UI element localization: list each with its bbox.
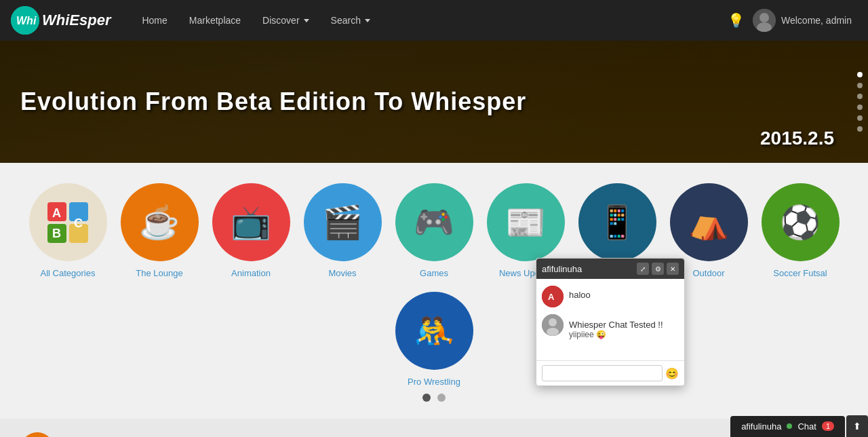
search-caret	[365, 19, 370, 22]
chat-avatar-1: A	[542, 286, 564, 307]
chat-label: Chat	[797, 421, 816, 432]
category-movies-icon: 🎬	[304, 183, 382, 261]
lounge-section-icon: ☕	[20, 432, 54, 437]
svg-text:A: A	[52, 206, 61, 220]
forum-header: ☕ THE LOUNGE	[20, 432, 848, 437]
chat-expand-icon[interactable]: ⬆	[846, 415, 868, 437]
chat-online-indicator	[787, 423, 792, 429]
discover-caret	[304, 19, 309, 22]
category-handphone-icon: 📱	[578, 183, 656, 261]
category-wrestling-label: Pro Wrestling	[408, 377, 460, 387]
chat-header-actions: ⤢ ⚙ ✕	[637, 263, 679, 275]
category-animation-label: Animation	[231, 268, 271, 278]
svg-point-15	[549, 318, 557, 326]
category-animation[interactable]: 📺 Animation	[212, 183, 290, 278]
chat-bottom-bar: afifulinuha Chat 1 ⬆	[730, 415, 868, 437]
category-news-icon: 📰	[487, 183, 565, 261]
brand-logo[interactable]: Whi WhiEsper	[11, 6, 111, 35]
chat-message-1-text: haloo	[569, 286, 591, 300]
hero-dot-1[interactable]	[857, 72, 863, 77]
avatar	[753, 9, 776, 32]
carousel-dot-1[interactable]	[422, 394, 431, 402]
user-label: Welcome, admin	[781, 15, 852, 26]
svg-text:B: B	[52, 227, 61, 240]
chat-message-1: A haloo	[542, 286, 679, 307]
logo-icon: Whi	[11, 6, 39, 35]
chat-widget-username: afifulinuha	[542, 264, 633, 274]
category-movies[interactable]: 🎬 Movies	[304, 183, 382, 278]
category-movies-label: Movies	[328, 268, 356, 278]
hero-dot-2[interactable]	[857, 83, 863, 88]
chat-settings-button[interactable]: ⚙	[652, 263, 664, 275]
category-soccer[interactable]: ⚽ Soccer Futsal	[762, 183, 840, 278]
hero-dot-6[interactable]	[857, 126, 863, 132]
chat-message-2: Whiesper Chat Tested !! yiipiiee 😜	[542, 314, 679, 339]
chat-input-area: 😊	[536, 360, 684, 385]
carousel-dots	[27, 387, 841, 405]
chat-text-input[interactable]	[542, 365, 663, 381]
category-lounge[interactable]: ☕ The Lounge	[121, 183, 199, 278]
lightbulb-icon[interactable]: 💡	[728, 12, 745, 28]
chat-avatar-2	[542, 314, 564, 336]
categories-section: A B C All Categories ☕ The Lounge 📺 Anim…	[0, 163, 868, 419]
carousel-dot-2[interactable]	[437, 394, 446, 402]
hero-title: Evolution From Beta Edition To Whiesper	[20, 88, 526, 116]
nav-home[interactable]: Home	[131, 10, 178, 31]
category-wrestling-icon: 🤼	[395, 292, 473, 370]
category-all[interactable]: A B C All Categories	[29, 183, 107, 278]
svg-point-3	[760, 13, 769, 22]
category-outdoor-label: Outdoor	[693, 268, 725, 278]
navbar: Whi WhiEsper Home Marketplace Discover S…	[0, 0, 868, 41]
chat-emoji-button[interactable]: 😊	[665, 367, 679, 380]
svg-text:A: A	[548, 292, 555, 302]
svg-text:Whi: Whi	[16, 15, 37, 26]
chat-message-2-text: Whiesper Chat Tested !!	[569, 316, 663, 330]
chat-body: A haloo Whiesper Chat Tested !! yiipiiee…	[536, 279, 684, 360]
hero-dot-5[interactable]	[857, 115, 863, 121]
svg-point-16	[547, 328, 559, 336]
category-games-icon: 🎮	[395, 183, 473, 261]
chat-message-2-sub: yiipiiee 😜	[569, 330, 663, 339]
chat-widget-header: afifulinuha ⤢ ⚙ ✕	[536, 259, 684, 279]
category-animation-icon: 📺	[212, 183, 290, 261]
nav-menu: Home Marketplace Discover Search	[131, 10, 728, 31]
category-games-label: Games	[420, 268, 448, 278]
hero-banner: Evolution From Beta Edition To Whiesper …	[0, 41, 868, 163]
category-lounge-icon: ☕	[121, 183, 199, 261]
categories-grid: A B C All Categories ☕ The Lounge 📺 Anim…	[27, 183, 841, 387]
category-lounge-label: The Lounge	[136, 268, 182, 278]
navbar-right: 💡 Welcome, admin	[728, 9, 857, 32]
brand-name: WhiEsper	[42, 12, 111, 29]
category-all-icon: A B C	[29, 183, 107, 261]
category-soccer-label: Soccer Futsal	[773, 268, 827, 278]
hero-dot-4[interactable]	[857, 104, 863, 110]
nav-marketplace[interactable]: Marketplace	[178, 10, 252, 31]
nav-search[interactable]: Search	[320, 10, 381, 31]
category-outdoor-icon: ⛺	[670, 183, 748, 261]
user-menu[interactable]: Welcome, admin	[753, 9, 857, 32]
nav-discover[interactable]: Discover	[252, 10, 319, 31]
chat-bottom-tab[interactable]: afifulinuha Chat 1	[730, 416, 845, 437]
category-all-label: All Categories	[41, 268, 96, 278]
category-wrestling[interactable]: 🤼 Pro Wrestling	[395, 292, 473, 387]
chat-widget: afifulinuha ⤢ ⚙ ✕ A haloo	[536, 258, 685, 386]
hero-version: 2015.2.5	[760, 128, 834, 149]
hero-dots	[857, 72, 863, 132]
category-games[interactable]: 🎮 Games	[395, 183, 473, 278]
category-soccer-icon: ⚽	[762, 183, 840, 261]
svg-text:C: C	[74, 216, 83, 230]
chat-expand-button[interactable]: ⤢	[637, 263, 649, 275]
chat-count-badge: 1	[822, 421, 834, 431]
chat-bottom-username: afifulinuha	[741, 421, 781, 432]
hero-dot-3[interactable]	[857, 94, 863, 99]
chat-close-button[interactable]: ✕	[667, 263, 679, 275]
